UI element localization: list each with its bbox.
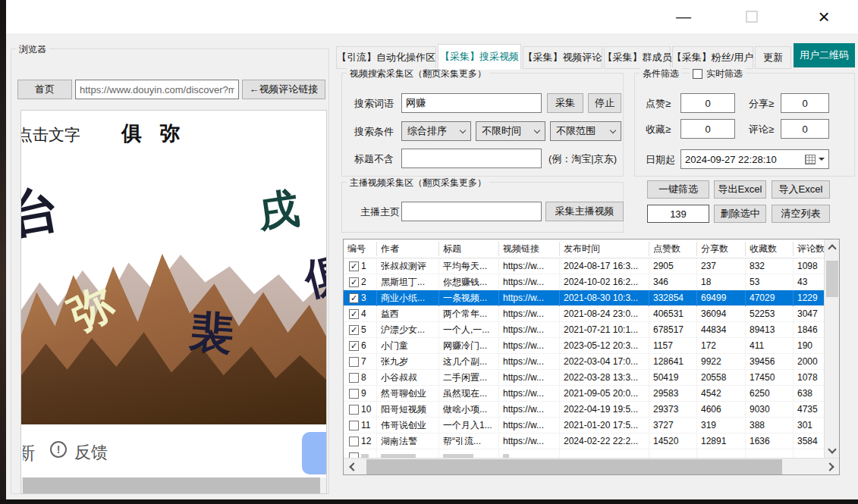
tab-video-comments[interactable]: 【采集】视频评论 (523, 46, 602, 69)
row-checkbox[interactable] (349, 357, 359, 367)
tab-group-members[interactable]: 【采集】群成员 (604, 46, 671, 69)
tab-update[interactable]: 更新 (755, 46, 791, 69)
vertical-scrollbar-thumb[interactable] (826, 261, 838, 297)
cell-author: 伟哥说创业 (377, 418, 439, 434)
column-header-shares[interactable]: 分享数 (697, 242, 746, 256)
cell-time: 2024-10-02 16:2... (560, 274, 649, 290)
table-body: ✓1 张叔叔测评 平均每天... https://w... 2024-08-17… (344, 258, 839, 449)
cell-title: 这几个副... (439, 354, 499, 370)
scroll-left-arrow[interactable] (344, 459, 360, 475)
column-header-favs[interactable]: 收藏数 (746, 242, 794, 256)
column-header-title[interactable]: 标题 (439, 242, 499, 256)
import-excel-button[interactable]: 导入Excel (772, 180, 830, 199)
home-button[interactable]: 首页 (17, 80, 72, 99)
video-comment-link-button[interactable]: ←视频评论链接 (242, 80, 325, 99)
browser-scrollbar-thumb[interactable] (23, 477, 320, 494)
collect-button[interactable]: 采集 (547, 93, 583, 113)
row-checkbox[interactable]: ✓ (349, 309, 359, 319)
scroll-right-arrow[interactable] (822, 459, 839, 475)
captcha-confirm-button[interactable] (302, 432, 327, 474)
scroll-up-arrow[interactable] (825, 239, 840, 255)
column-header-likes[interactable]: 点赞数 (649, 242, 697, 256)
table-vertical-scrollbar[interactable] (824, 239, 839, 458)
export-excel-button[interactable]: 导出Excel (714, 180, 766, 199)
browser-horizontal-scrollbar[interactable] (21, 477, 327, 494)
date-from-picker[interactable]: 2024-09-27 22:28:10 (680, 149, 829, 169)
one-key-filter-button[interactable]: 一键筛选 (647, 180, 709, 199)
delete-selected-button[interactable]: 删除选中 (714, 205, 766, 223)
tab-fans-users[interactable]: 【采集】粉丝/用户 (672, 46, 753, 69)
captcha-char[interactable]: 裴 (188, 309, 235, 356)
row-checkbox[interactable]: ✓ (349, 277, 359, 287)
table-row[interactable]: 9 然哥聊创业 虽然现在... https://w... 2021-09-05 … (344, 386, 839, 402)
captcha-image[interactable]: 台戌弥裴俱 (21, 158, 327, 424)
url-input[interactable] (75, 80, 239, 99)
table-row[interactable]: 7 张九岁 这几个副... https://w... 2022-03-04 17… (344, 354, 839, 370)
exclude-title-input[interactable] (401, 149, 542, 168)
row-checkbox[interactable] (349, 405, 359, 415)
row-checkbox[interactable] (349, 437, 359, 446)
close-button[interactable]: × (806, 6, 841, 27)
condition-filter-groupbox: 条件筛选 实时筛选 点赞≥ 分享≥ 收藏≥ 评论≥ 日期起 2024-09-27… (634, 73, 855, 177)
table-horizontal-scrollbar[interactable] (344, 458, 839, 474)
stop-button[interactable]: 停止 (588, 93, 621, 113)
tab-automation[interactable]: 【引流】自动化操作区 (336, 46, 436, 69)
like-filter-input[interactable] (680, 93, 735, 113)
row-checkbox[interactable]: ✓ (349, 261, 359, 271)
range-select-value: 不限范围 (556, 124, 596, 138)
cell-title: 一个人,一... (439, 322, 499, 338)
table-row[interactable]: 11 伟哥说创业 一个月入1... https://w... 2021-01-2… (344, 418, 839, 434)
refresh-partial-glyph[interactable]: 新 (23, 441, 35, 462)
cell-author: 阳哥短视频 (377, 402, 439, 418)
cell-likes: 346 (649, 274, 697, 290)
row-checkbox[interactable]: ✓ (349, 325, 359, 335)
column-header-author[interactable]: 作者 (377, 242, 439, 256)
scroll-down-arrow[interactable] (825, 443, 840, 458)
table-row[interactable]: ✓2 黑斯坦丁... 你想赚钱... https://w... 2024-10-… (344, 274, 839, 290)
anchor-homepage-input[interactable] (401, 202, 542, 221)
table-row[interactable]: 10 阳哥短视频 做啥小项... https://w... 2022-04-19… (344, 402, 839, 418)
favorite-filter-input[interactable] (680, 119, 735, 139)
minimize-button[interactable]: — (666, 6, 701, 27)
table-row[interactable]: 8 小谷叔叔 二手闲置... https://w... 2022-03-28 1… (344, 370, 839, 386)
sort-select[interactable]: 综合排序 (401, 121, 471, 141)
table-row[interactable]: ✓4 益西 两个常年... https://w... 2021-08-24 23… (344, 306, 839, 322)
user-qrcode-button[interactable]: 用户二维码 (794, 43, 855, 67)
anchor-video-groupbox: 主播视频采集区（翻页采集更多） 主播主页 采集主播视频 (341, 182, 624, 233)
cell-likes: 1157 (649, 338, 697, 354)
keyword-input[interactable] (401, 93, 542, 113)
time-select[interactable]: 不限时间 (476, 121, 545, 141)
comment-filter-input[interactable] (781, 119, 829, 139)
chevron-down-icon (610, 127, 616, 133)
row-checkbox[interactable] (349, 373, 359, 383)
table-row[interactable]: 12 湖南法警 帮“引流... https://w... 2024-02-22 … (344, 434, 839, 449)
maximize-button[interactable] (734, 6, 769, 27)
cell-favs: 52253 (746, 306, 794, 322)
table-row[interactable]: ✓1 张叔叔测评 平均每天... https://w... 2024-08-17… (344, 258, 839, 274)
table-row[interactable]: ✓3 商业小纸... 一条视频... https://w... 2021-08-… (344, 290, 839, 306)
feedback-link[interactable]: 反馈 (74, 441, 108, 464)
table-row[interactable]: ✓6 小门童 网赚冷门... https://w... 2023-05-12 2… (344, 338, 839, 354)
realtime-filter-label: 实时筛选 (706, 67, 743, 80)
column-header-link[interactable]: 视频链接 (499, 242, 560, 256)
range-select[interactable]: 不限范围 (550, 121, 621, 141)
row-checkbox[interactable]: ✓ (349, 293, 359, 303)
clear-list-button[interactable]: 清空列表 (772, 205, 830, 223)
share-filter-input[interactable] (781, 93, 829, 113)
collect-anchor-videos-button[interactable]: 采集主播视频 (545, 202, 624, 221)
browser-group-label: 浏览器 (16, 43, 49, 56)
column-header-time[interactable]: 发布时间 (560, 242, 649, 256)
table-row[interactable]: ✓5 沪漂少女... 一个人,一... https://w... 2021-07… (344, 322, 839, 338)
cell-likes: 29583 (649, 386, 697, 402)
row-checkbox[interactable]: ✓ (349, 341, 359, 351)
horizontal-scrollbar-thumb[interactable] (366, 459, 782, 474)
row-checkbox[interactable] (349, 421, 359, 430)
captcha-char[interactable]: 戌 (256, 187, 302, 233)
row-checkbox[interactable] (349, 389, 359, 399)
realtime-filter-checkbox[interactable]: 实时筛选 (690, 67, 746, 80)
browser-viewport: 点击文字 俱 弥 台戌弥裴俱 新 ! 反馈 (20, 110, 327, 494)
record-count-box[interactable] (647, 205, 709, 223)
tab-search-videos[interactable]: 【采集】搜采视频 (438, 44, 521, 70)
cell-favs: 39456 (746, 354, 794, 370)
column-header-num[interactable]: 编号 (344, 242, 377, 256)
